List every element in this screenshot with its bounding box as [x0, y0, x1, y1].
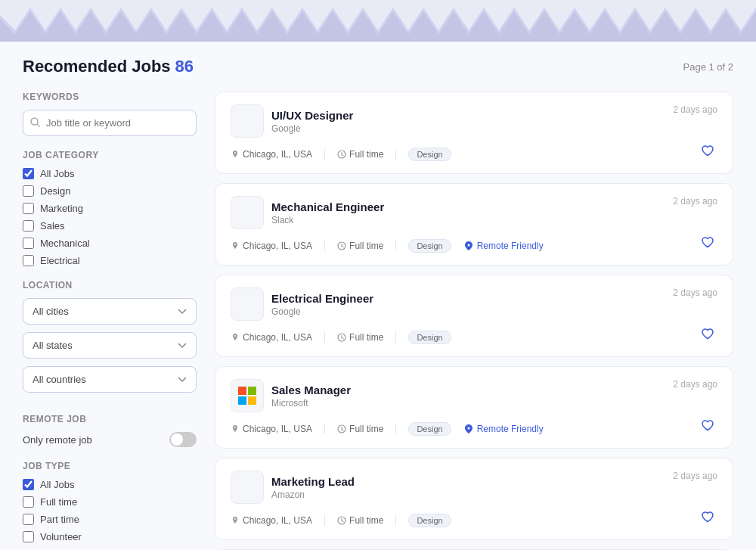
category-marketing[interactable]: Marketing: [23, 203, 197, 214]
category-all-jobs[interactable]: All Jobs: [23, 168, 197, 179]
job-tag: Design: [408, 514, 451, 527]
jobs-list: UI/UX Designer Google 2 days ago Chicago…: [215, 92, 733, 550]
type-volunteer-checkbox[interactable]: [23, 531, 34, 542]
category-design[interactable]: Design: [23, 185, 197, 197]
divider: [324, 332, 325, 343]
divider: [395, 332, 396, 343]
job-title-company: Marketing Lead Amazon: [271, 475, 355, 500]
category-mechanical-checkbox[interactable]: [23, 238, 34, 249]
job-tag: Design: [408, 422, 451, 436]
job-tag: Design: [408, 239, 451, 253]
job-meta-row: Chicago, IL, USA Full time Design Remote…: [231, 235, 717, 253]
favorite-button[interactable]: [698, 235, 717, 253]
company-logo: [231, 104, 264, 138]
category-design-checkbox[interactable]: [23, 185, 34, 197]
job-card: Mechanical Engineer Slack 2 days ago Chi…: [215, 183, 733, 266]
job-time: 2 days ago: [673, 379, 717, 390]
job-time: 2 days ago: [673, 471, 717, 481]
category-mechanical[interactable]: Mechanical: [23, 238, 197, 249]
type-part-time-checkbox[interactable]: [23, 514, 34, 525]
job-card-bottom: Chicago, IL, USA Full time Design: [231, 148, 451, 161]
state-select[interactable]: All states Illinois California: [23, 332, 197, 359]
job-meta-row: Chicago, IL, USA Full time Design: [231, 327, 717, 344]
category-electrical[interactable]: Electrical: [23, 255, 197, 266]
job-count: 86: [175, 57, 194, 76]
category-marketing-label: Marketing: [40, 203, 83, 214]
job-location: Chicago, IL, USA: [231, 332, 312, 343]
job-category-label: Job Category: [23, 150, 197, 160]
job-location: Chicago, IL, USA: [231, 149, 312, 160]
job-card-top: Sales Manager Microsoft 2 days ago: [231, 379, 717, 412]
remote-toggle-label: Only remote job: [23, 434, 92, 446]
type-part-time-label: Part time: [40, 514, 79, 525]
category-mechanical-label: Mechanical: [40, 238, 90, 249]
category-all-jobs-label: All Jobs: [40, 168, 75, 179]
search-wrapper: [23, 110, 197, 136]
job-card-top: Electrical Engineer Google 2 days ago: [231, 287, 717, 321]
job-time: 2 days ago: [673, 287, 717, 298]
job-title: Sales Manager: [271, 384, 351, 396]
job-type-section: Job Type All Jobs Full time Part time Vo…: [23, 461, 197, 542]
favorite-button[interactable]: [698, 510, 717, 527]
type-volunteer[interactable]: Volunteer: [23, 531, 197, 542]
favorite-button[interactable]: [698, 418, 717, 436]
job-card-top: UI/UX Designer Google 2 days ago: [231, 104, 717, 138]
location-label: Location: [23, 280, 197, 291]
remote-toggle[interactable]: [169, 432, 197, 447]
job-location: Chicago, IL, USA: [231, 424, 312, 434]
type-all-jobs-label: All Jobs: [40, 479, 75, 490]
keyword-search-input[interactable]: [23, 110, 197, 136]
job-card-bottom: Chicago, IL, USA Full time Design: [231, 331, 451, 344]
category-marketing-checkbox[interactable]: [23, 203, 34, 214]
type-all-jobs-checkbox[interactable]: [23, 479, 34, 490]
location-section: Location All cities Chicago New York All…: [23, 280, 197, 400]
company-name: Google: [271, 306, 373, 317]
company-name: Google: [271, 123, 353, 134]
type-part-time[interactable]: Part time: [23, 514, 197, 525]
job-info-row: Mechanical Engineer Slack: [231, 196, 384, 229]
divider: [395, 424, 396, 434]
job-location: Chicago, IL, USA: [231, 241, 312, 251]
favorite-button[interactable]: [698, 327, 717, 344]
category-design-label: Design: [40, 185, 70, 197]
type-full-time[interactable]: Full time: [23, 496, 197, 508]
divider: [395, 149, 396, 160]
category-sales[interactable]: Sales: [23, 220, 197, 231]
job-title-company: Sales Manager Microsoft: [271, 384, 351, 409]
job-type-detail: Full time: [337, 515, 383, 526]
category-electrical-label: Electrical: [40, 255, 80, 266]
company-logo: [231, 471, 264, 504]
job-type-detail: Full time: [337, 241, 383, 251]
job-type-label: Job Type: [23, 461, 197, 471]
company-logo: [231, 287, 264, 321]
favorite-button[interactable]: [698, 144, 717, 161]
divider: [324, 515, 325, 526]
remote-label: Remote Job: [23, 414, 197, 424]
type-volunteer-label: Volunteer: [40, 531, 82, 542]
category-all-jobs-checkbox[interactable]: [23, 168, 34, 179]
job-type-detail: Full time: [337, 149, 383, 160]
country-select[interactable]: All countries USA Canada: [23, 366, 197, 393]
type-full-time-checkbox[interactable]: [23, 496, 34, 508]
sidebar: Keywords Job Category All Jobs: [23, 92, 197, 550]
job-title: Marketing Lead: [271, 475, 355, 488]
job-time: 2 days ago: [673, 196, 717, 207]
job-info-row: Marketing Lead Amazon: [231, 471, 355, 504]
microsoft-logo: [238, 387, 256, 405]
job-card: UI/UX Designer Google 2 days ago Chicago…: [215, 92, 733, 174]
company-name: Microsoft: [271, 398, 351, 409]
remote-badge: Remote Friendly: [463, 424, 544, 434]
job-tag: Design: [408, 331, 451, 344]
city-select[interactable]: All cities Chicago New York: [23, 298, 197, 325]
job-tag: Design: [408, 148, 451, 161]
job-card: Sales Manager Microsoft 2 days ago Chica…: [215, 366, 733, 449]
divider: [324, 241, 325, 251]
category-sales-checkbox[interactable]: [23, 220, 34, 231]
type-all-jobs[interactable]: All Jobs: [23, 479, 197, 490]
remote-badge: Remote Friendly: [463, 241, 544, 251]
job-location: Chicago, IL, USA: [231, 515, 312, 526]
job-card-bottom: Chicago, IL, USA Full time Design Remote…: [231, 422, 544, 436]
job-time: 2 days ago: [673, 104, 717, 115]
category-electrical-checkbox[interactable]: [23, 255, 34, 266]
keywords-label: Keywords: [23, 92, 197, 102]
